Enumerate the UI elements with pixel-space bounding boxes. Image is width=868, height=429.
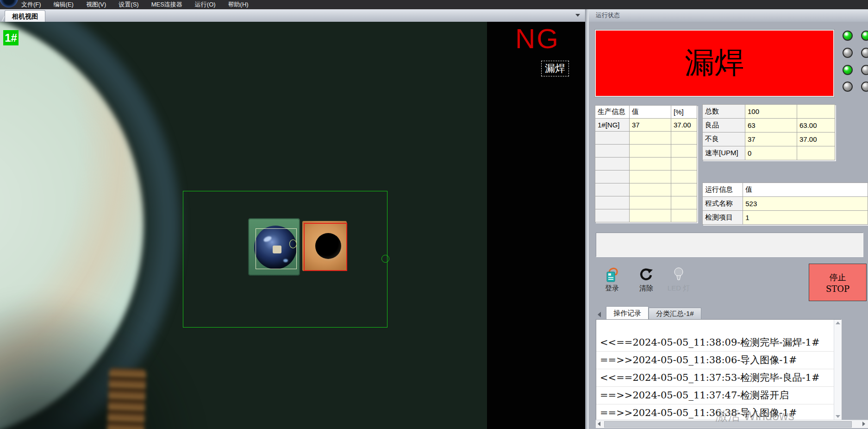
menu-run[interactable]: 运行(O) <box>195 0 216 9</box>
menu-view[interactable]: 视图(V) <box>86 0 106 9</box>
tab-camera-view[interactable]: 相机视图 <box>5 10 45 22</box>
cell-empty <box>595 132 630 145</box>
cell-value: 37.00 <box>671 119 697 132</box>
clear-label: 清除 <box>633 284 659 293</box>
cell-value: 37.00 <box>797 132 835 146</box>
cell-empty <box>595 145 630 158</box>
table-row <box>595 158 697 170</box>
operation-log-list: <<==2024-05-05_11:38:09-检测完毕-漏焊-1# ==>>2… <box>596 319 842 420</box>
app-window: 文件(F) 编辑(E) 视图(V) 设置(S) MES连接器 运行(O) 帮助(… <box>0 0 868 429</box>
cell-value: 100 <box>745 105 797 119</box>
column-header: 生产信息 <box>595 106 630 119</box>
table-row: 检测项目 1 <box>703 211 868 225</box>
menu-help[interactable]: 帮助(H) <box>228 0 249 9</box>
scroll-up-icon[interactable] <box>836 322 840 324</box>
clear-button[interactable]: 清除 <box>633 266 659 293</box>
table-header-row: 运行信息 值 <box>703 183 868 197</box>
message-box <box>596 233 863 257</box>
row-label: 1#[NG] <box>595 119 630 132</box>
led-indicator <box>843 31 853 41</box>
cell-value <box>797 146 835 160</box>
panel-divider[interactable] <box>585 9 589 429</box>
cell-empty <box>671 132 697 145</box>
scroll-down-icon[interactable] <box>836 415 840 418</box>
cell-empty <box>630 132 671 145</box>
log-entry[interactable]: <<==2024-05-05_11:37:53-检测完毕-良品-1# <box>596 369 841 387</box>
column-header: 值 <box>630 106 671 119</box>
result-text: NG <box>515 23 560 55</box>
row-label: 程式名称 <box>703 197 743 211</box>
log-vertical-scrollbar[interactable] <box>834 320 841 420</box>
cell-value: 63.00 <box>797 119 835 132</box>
table-row <box>595 209 697 222</box>
cell-value: 1 <box>743 211 868 225</box>
log-entry[interactable]: ==>>2024-05-05_11:38:06-导入图像-1# <box>596 352 841 369</box>
panel-title: 运行状态 <box>596 9 620 21</box>
chevron-down-icon[interactable] <box>575 14 580 17</box>
scroll-right-icon[interactable] <box>862 422 865 426</box>
log-tabrow: 操作记录 分类汇总-1# <box>596 306 701 319</box>
table-header-row: 生产信息 值 [%] <box>595 106 697 119</box>
stop-label-en: STOP <box>809 283 866 295</box>
stop-button[interactable]: 停止 STOP <box>809 264 867 301</box>
table-row <box>595 170 697 183</box>
lightbulb-icon <box>670 266 687 283</box>
id-badge-icon <box>604 266 620 283</box>
login-label: 登录 <box>599 284 625 293</box>
log-entry[interactable]: ==>>2024-05-05_11:36:38-导入图像-1# <box>596 404 841 420</box>
stop-label-cn: 停止 <box>809 271 866 283</box>
led-indicator <box>843 65 853 75</box>
table-row: 不良 37 37.00 <box>703 132 835 146</box>
menu-file[interactable]: 文件(F) <box>21 0 41 9</box>
led-indicator <box>861 31 868 41</box>
led-indicator <box>861 48 868 58</box>
inspection-roi-box <box>183 191 387 328</box>
tab-operation-log[interactable]: 操作记录 <box>606 306 649 319</box>
tab-classification-summary[interactable]: 分类汇总-1# <box>649 308 701 319</box>
connector-blur <box>106 368 146 429</box>
table-row: 程式名称 523 <box>703 197 868 211</box>
log-horizontal-scrollbar[interactable] <box>596 420 868 428</box>
menu-bar: 文件(F) 编辑(E) 视图(V) 设置(S) MES连接器 运行(O) 帮助(… <box>0 0 868 9</box>
table-row <box>595 183 697 196</box>
table-row: 1#[NG] 37 37.00 <box>595 119 697 132</box>
scroll-left-icon[interactable] <box>598 422 600 426</box>
column-header: 运行信息 <box>703 183 743 197</box>
image-black-margin <box>487 22 585 429</box>
cell-empty <box>630 170 671 183</box>
station-badge: 1# <box>3 30 19 45</box>
cell-value: 0 <box>745 146 797 160</box>
log-entry[interactable]: <<==2024-05-05_11:38:09-检测完毕-漏焊-1# <box>596 334 841 352</box>
roi-node-marker <box>381 255 389 263</box>
menu-settings[interactable]: 设置(S) <box>119 0 138 9</box>
tab-scroll-left-icon[interactable] <box>596 310 603 319</box>
status-panel-titlebar: 运行状态 <box>589 9 868 22</box>
cell-empty <box>595 170 630 183</box>
cell-empty <box>595 158 630 170</box>
column-header: 值 <box>743 183 868 197</box>
column-header: [%] <box>671 106 697 119</box>
login-button[interactable]: 登录 <box>599 266 625 293</box>
table-row: 良品 63 63.00 <box>703 119 835 132</box>
menu-edit[interactable]: 编辑(E) <box>54 0 74 9</box>
table-row <box>595 196 697 209</box>
scrollbar-thumb[interactable] <box>604 421 852 428</box>
row-label: 检测项目 <box>703 211 743 225</box>
app-logo-icon[interactable] <box>0 0 18 7</box>
cell-empty <box>630 158 671 170</box>
cell-empty <box>595 183 630 196</box>
cell-empty <box>671 196 697 209</box>
cell-value: 37 <box>630 119 671 132</box>
cell-value: 523 <box>743 197 868 211</box>
row-label: 不良 <box>703 132 745 146</box>
cell-empty <box>595 209 630 222</box>
cell-empty <box>671 209 697 222</box>
cell-empty <box>671 170 697 183</box>
menu-mes-connector[interactable]: MES连接器 <box>151 0 182 9</box>
log-entry[interactable]: ==>>2024-05-05_11:37:47-检测器开启 <box>596 387 841 404</box>
led-indicators <box>843 31 868 105</box>
cell-empty <box>671 145 697 158</box>
table-row <box>595 132 697 145</box>
cell-empty <box>630 209 671 222</box>
led-light-button[interactable]: LED 灯 <box>666 266 692 293</box>
